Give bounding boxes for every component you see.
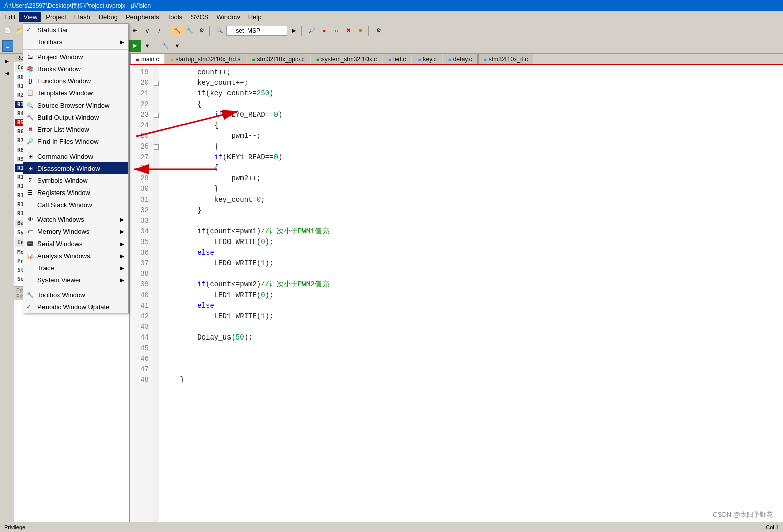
tb2-wrench[interactable]: 🔧 xyxy=(160,40,171,52)
analysis-icon: 📊 xyxy=(26,252,34,260)
menu-item-registers[interactable]: ☰ Registers Window xyxy=(23,186,128,199)
tb-search[interactable]: 🔍 xyxy=(214,25,225,36)
tab-it[interactable]: ■ stm32f10x_it.c xyxy=(478,54,533,64)
tab-system[interactable]: ■ system_stm32f10x.c xyxy=(311,54,382,64)
menu-item-disassembly-label: Disassembly Window xyxy=(37,165,100,172)
tb2-1[interactable]: Ξ xyxy=(2,40,13,52)
menu-item-trace[interactable]: Trace ▶ xyxy=(23,262,128,274)
menu-item-toolbars[interactable]: Toolbars ▶ xyxy=(23,36,128,48)
sep-3 xyxy=(23,212,128,212)
tab-startup[interactable]: ■ startup_stm32f10x_hd.s xyxy=(165,54,246,64)
sep-2 xyxy=(23,149,128,149)
code-line-47 xyxy=(163,364,779,375)
code-line-21: if(key_count>=250) xyxy=(163,88,779,99)
menu-item-symbols[interactable]: Σ Symbols Window xyxy=(23,174,128,186)
menu-item-sysviewer[interactable]: System Viewer ▶ xyxy=(23,274,128,286)
code-line-30: } xyxy=(163,184,779,195)
menu-item-build-output[interactable]: 🔨 Build Output Window xyxy=(23,111,128,123)
code-line-37: LED0_WRITE(1); xyxy=(163,258,779,269)
menu-item-serial[interactable]: 📟 Serial Windows ▶ xyxy=(23,237,128,250)
tb-search-go[interactable]: ▶ xyxy=(288,25,299,36)
tb-comment[interactable]: // xyxy=(142,25,153,36)
code-content[interactable]: count++; key_count++; if(key_count>=250)… xyxy=(159,65,783,532)
menu-help[interactable]: Help xyxy=(244,12,266,22)
tab-icon-main-c: ■ xyxy=(136,57,139,62)
tab-main-c[interactable]: ■ main.c xyxy=(130,54,164,65)
tab-icon-gpio: ■ xyxy=(252,57,255,62)
memory-arrow-icon: ▶ xyxy=(120,229,124,234)
sidebar-btn-1[interactable]: ▶ xyxy=(2,56,13,67)
menu-item-project-window[interactable]: 🗂 Project Window xyxy=(23,51,128,63)
menu-flash[interactable]: Flash xyxy=(70,12,95,22)
tb-run[interactable]: ● xyxy=(318,25,330,36)
tb-buildall[interactable]: ⚙ xyxy=(196,25,207,36)
menu-item-command-window-label: Command Window xyxy=(37,153,93,160)
menu-item-callstack[interactable]: ≡ Call Stack Window xyxy=(23,199,128,211)
tb-zoom[interactable]: 🔎 xyxy=(306,25,317,36)
tab-delay[interactable]: ■ delay.c xyxy=(443,54,478,64)
status-bar: Privilege Col 1 xyxy=(0,522,783,532)
tb-uncomment[interactable]: / xyxy=(154,25,165,36)
tb-new[interactable]: 📄 xyxy=(2,25,13,36)
serial-icon: 📟 xyxy=(26,239,34,248)
project-window-icon: 🗂 xyxy=(26,53,34,61)
menu-peripherals[interactable]: Peripherals xyxy=(122,12,163,22)
menu-item-periodic-update[interactable]: ✓ Periodic Window Update xyxy=(23,301,128,313)
code-line-38 xyxy=(163,269,779,279)
sidebar-btn-2[interactable]: ◀ xyxy=(2,68,13,79)
menu-item-toolbox[interactable]: 🔧 Toolbox Window xyxy=(23,288,128,301)
tb2-dropdown[interactable]: ▼ xyxy=(172,40,183,52)
code-line-25: pwm1--; xyxy=(163,131,779,141)
tb-stop[interactable]: ○ xyxy=(331,25,342,36)
tb-unindent[interactable]: ⇤ xyxy=(129,25,141,36)
menu-item-registers-label: Registers Window xyxy=(37,189,90,197)
menu-item-analysis[interactable]: 📊 Analysis Windows ▶ xyxy=(23,250,128,262)
menu-item-books-window[interactable]: 📚 Books Window xyxy=(23,63,128,75)
menu-item-disassembly[interactable]: ⊞ Disassembly Window xyxy=(23,162,128,174)
tb-target[interactable]: ⊕ xyxy=(355,25,366,36)
search-input[interactable]: __set_MSP xyxy=(226,26,287,36)
menu-window[interactable]: Window xyxy=(212,12,244,22)
menu-tools[interactable]: Tools xyxy=(163,12,187,22)
menu-item-find-files-label: Find In Files Window xyxy=(37,138,99,146)
menu-item-error-list[interactable]: ✖ Error List Window xyxy=(23,123,128,135)
tb2-11[interactable]: ▼ xyxy=(142,40,153,52)
menu-item-source-browser[interactable]: 🔍 Source Browser Window xyxy=(23,99,128,111)
toolbar-sep-5 xyxy=(209,26,212,36)
source-browser-icon: 🔍 xyxy=(26,101,34,109)
functions-window-icon: {} xyxy=(26,77,34,85)
code-line-22: { xyxy=(163,99,779,110)
menu-item-watch[interactable]: 👁 Watch Windows ▶ xyxy=(23,213,128,225)
watermark: CSDN @太阳予野花 xyxy=(713,510,773,519)
menu-debug[interactable]: Debug xyxy=(95,12,122,22)
menu-item-memory[interactable]: 🗃 Memory Windows ▶ xyxy=(23,225,128,237)
menu-edit[interactable]: Edit xyxy=(0,12,19,22)
tab-icon-delay: ■ xyxy=(448,57,451,62)
code-line-28: { xyxy=(163,163,779,173)
tb-reset[interactable]: ✖ xyxy=(343,25,354,36)
code-line-27: if(KEY1_READ==0) xyxy=(163,152,779,163)
code-line-31: key_count=0; xyxy=(163,195,779,205)
tab-key[interactable]: ■ key.c xyxy=(412,54,442,64)
line-numbers: 19 20 21 22 23 24 25 26 27 28 29 30 31 3… xyxy=(130,65,153,532)
view-dropdown-menu: ✓ Status Bar Toolbars ▶ 🗂 Project Window… xyxy=(23,23,129,313)
menu-item-find-files[interactable]: 🔎 Find In Files Window xyxy=(23,135,128,148)
tab-gpio[interactable]: ■ stm32f10x_gpio.c xyxy=(247,54,310,64)
menu-item-build-output-label: Build Output Window xyxy=(37,114,99,121)
menu-item-statusbar[interactable]: ✓ Status Bar xyxy=(23,24,128,36)
tb2-10[interactable]: ▶ xyxy=(129,40,141,52)
menu-item-command-window[interactable]: ⊞ Command Window xyxy=(23,150,128,162)
menu-project[interactable]: Project xyxy=(41,12,70,22)
menu-svcs[interactable]: SVCS xyxy=(187,12,212,22)
disassembly-icon: ⊞ xyxy=(26,164,34,172)
code-line-34: if(count<=pwm1)//计次小于PWM1值亮 xyxy=(163,226,779,237)
tab-led[interactable]: ■ led.c xyxy=(383,54,411,64)
menu-item-functions-window[interactable]: {} Functions Window xyxy=(23,75,128,87)
menu-item-templates-window-label: Templates Window xyxy=(37,89,93,97)
tb-rebuild[interactable]: 🔧 xyxy=(184,25,195,36)
tb-build[interactable]: 🔨 xyxy=(172,25,183,36)
menu-view[interactable]: View xyxy=(19,12,41,22)
toolbar2-sep-4 xyxy=(155,41,158,51)
tb-settings[interactable]: ⚙ xyxy=(373,25,384,36)
menu-item-templates-window[interactable]: 📋 Templates Window xyxy=(23,87,128,99)
